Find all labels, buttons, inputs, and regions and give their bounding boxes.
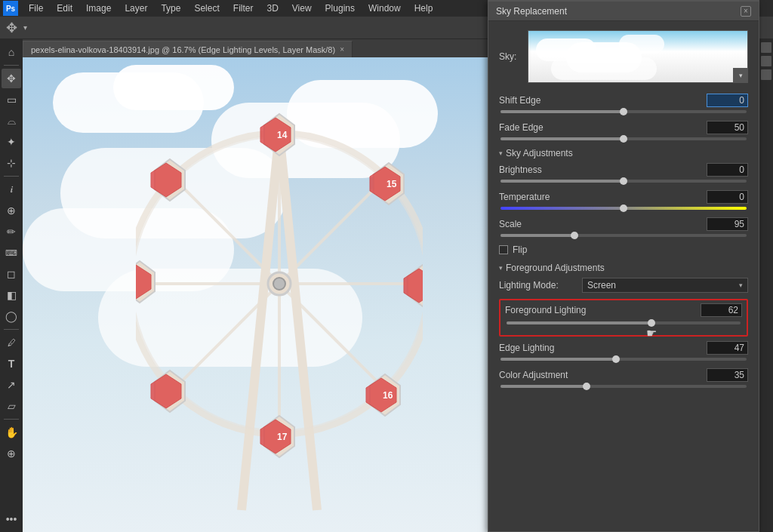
tool-lasso[interactable]: ⌓	[2, 111, 21, 131]
menu-3d[interactable]: 3D	[260, 2, 284, 15]
scale-input[interactable]	[707, 217, 748, 231]
canvas-tab[interactable]: pexels-elina-volkova-18403914.jpg @ 16.7…	[23, 41, 353, 57]
menu-image[interactable]: Image	[80, 2, 117, 15]
edge-lighting-track[interactable]	[500, 358, 747, 361]
foreground-lighting-track[interactable]	[507, 321, 741, 324]
fade-edge-input[interactable]	[707, 121, 748, 134]
tool-magic-wand[interactable]: ✦	[2, 132, 21, 152]
edge-lighting-fill	[500, 358, 616, 361]
tool-select-rect[interactable]: ▭	[2, 90, 21, 109]
menu-layer[interactable]: Layer	[119, 2, 153, 15]
tool-zoom[interactable]: ⊕	[2, 444, 21, 463]
tool-hand[interactable]: ✋	[2, 423, 21, 442]
scale-value	[707, 217, 748, 231]
color-adjustment-label: Color Adjustment	[499, 370, 582, 380]
foreground-lighting-highlighted: Foreground Lighting ☛	[499, 299, 748, 337]
color-adjustment-slider-row	[499, 385, 748, 388]
svg-marker-19	[404, 269, 423, 303]
scale-track[interactable]	[500, 234, 747, 237]
tool-more-btn[interactable]: •••	[2, 509, 21, 529]
edge-lighting-input[interactable]	[707, 341, 748, 355]
ferris-wheel-svg: 14 15	[136, 72, 423, 532]
temperature-input[interactable]	[707, 190, 748, 204]
foreground-lighting-thumb[interactable]	[648, 319, 655, 327]
tool-crop[interactable]: ⊹	[2, 153, 21, 173]
temperature-value	[707, 190, 748, 204]
lighting-mode-select[interactable]: Screen ▾	[582, 278, 748, 293]
brightness-thumb[interactable]	[620, 177, 627, 185]
lighting-mode-row: Lighting Mode: Screen ▾	[499, 278, 748, 293]
tool-eyedropper[interactable]: 𝒊	[2, 180, 21, 199]
scale-thumb[interactable]	[571, 232, 578, 239]
panel-btn-3[interactable]	[761, 69, 771, 80]
foreground-adjustments-label: Foreground Adjustments	[506, 263, 605, 273]
color-adjustment-fill	[500, 385, 587, 388]
shift-edge-input[interactable]	[707, 94, 748, 107]
menu-type[interactable]: Type	[155, 2, 186, 15]
tool-gradient[interactable]: ◧	[2, 285, 21, 305]
tab-close-btn[interactable]: ×	[340, 45, 344, 54]
tool-dodge[interactable]: ◯	[2, 306, 21, 326]
tool-pen[interactable]: 🖊	[2, 333, 21, 352]
scale-label: Scale	[499, 219, 582, 229]
lighting-mode-value: Screen	[587, 280, 616, 291]
brightness-value	[707, 163, 748, 177]
menu-edit[interactable]: Edit	[51, 2, 79, 15]
fade-edge-thumb[interactable]	[620, 135, 627, 143]
menu-file[interactable]: File	[23, 2, 49, 15]
tool-text[interactable]: T	[2, 354, 21, 374]
shift-edge-slider-row	[499, 110, 748, 113]
shift-edge-track[interactable]	[500, 110, 747, 113]
svg-line-10	[174, 178, 279, 284]
color-adjustment-track[interactable]	[500, 385, 747, 388]
sky-thumbnail-container: ▾	[528, 30, 748, 83]
brightness-track[interactable]	[500, 180, 747, 183]
tool-clone[interactable]: ⌨	[2, 243, 21, 263]
menu-plugins[interactable]: Plugins	[319, 2, 361, 15]
fade-edge-label: Fade Edge	[499, 122, 582, 133]
menu-filter[interactable]: Filter	[227, 2, 260, 15]
menu-view[interactable]: View	[286, 2, 318, 15]
right-panels	[759, 39, 773, 532]
tool-path[interactable]: ↗	[2, 375, 21, 395]
foreground-adjustments-header[interactable]: ▾ Foreground Adjustments	[499, 263, 748, 273]
brightness-input[interactable]	[707, 163, 748, 177]
sky-dropdown-button[interactable]: ▾	[733, 68, 748, 83]
panel-btn-2[interactable]	[761, 56, 771, 66]
edge-lighting-thumb[interactable]	[612, 355, 620, 363]
tool-brush[interactable]: ✏	[2, 222, 21, 241]
temperature-track[interactable]	[500, 207, 747, 210]
menu-select[interactable]: Select	[188, 2, 225, 15]
tool-healing[interactable]: ⊕	[2, 201, 21, 220]
scale-fill	[500, 234, 574, 237]
menu-help[interactable]: Help	[408, 2, 439, 15]
sky-adjustments-header[interactable]: ▾ Sky Adjustments	[499, 148, 748, 158]
color-adjustment-input[interactable]	[707, 368, 748, 382]
temperature-thumb[interactable]	[620, 204, 627, 212]
svg-text:14: 14	[277, 130, 288, 140]
fade-edge-track[interactable]	[500, 137, 747, 140]
sky-thumbnail[interactable]	[528, 30, 748, 83]
brightness-row: Brightness	[499, 163, 748, 177]
shift-edge-label: Shift Edge	[499, 95, 582, 106]
tool-more[interactable]: •••	[2, 509, 21, 529]
panel-close-button[interactable]: ×	[741, 6, 751, 17]
foreground-lighting-input[interactable]	[701, 303, 742, 317]
svg-text:16: 16	[383, 390, 393, 401]
thumb-cloud-4	[551, 57, 657, 80]
tool-separator-4	[4, 419, 19, 420]
color-adjustment-thumb[interactable]	[583, 383, 590, 390]
flip-checkbox[interactable]	[499, 245, 508, 254]
tool-separator-2	[4, 176, 19, 177]
menu-window[interactable]: Window	[362, 2, 407, 15]
brightness-fill	[500, 180, 624, 183]
temperature-label: Temperature	[499, 192, 582, 202]
tool-eraser[interactable]: ◻	[2, 264, 21, 284]
panel-btn-1[interactable]	[761, 42, 771, 53]
edge-lighting-slider-row	[499, 358, 748, 361]
shift-edge-thumb[interactable]	[620, 108, 627, 115]
tool-move[interactable]: ✥	[2, 69, 21, 88]
tool-shape[interactable]: ▱	[2, 396, 21, 416]
tool-home[interactable]: ⌂	[2, 42, 21, 62]
tool-separator-3	[4, 329, 19, 330]
